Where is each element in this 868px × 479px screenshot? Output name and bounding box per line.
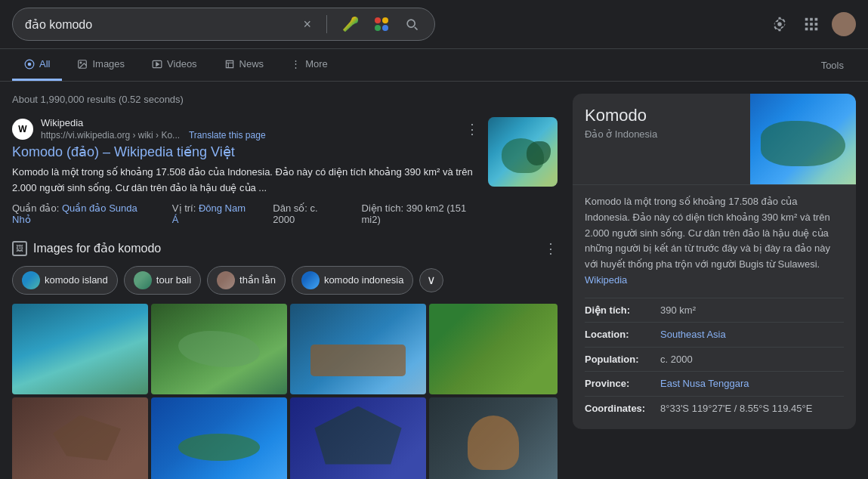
images-section-icon: 🖼 [12,241,27,256]
kc-location-link[interactable]: Southeast Asia [660,329,726,340]
grid-image-6[interactable] [151,397,287,479]
kc-main-image[interactable] [750,94,856,184]
grid-image-1-fill [12,304,148,394]
svg-rect-10 [805,28,808,31]
header: × 🎤 [0,0,868,49]
lens-button[interactable] [371,14,392,35]
meta-area: Diện tích: 390 km2 (151 mi2) [362,202,479,225]
grid-image-5[interactable] [12,397,148,479]
tab-images-label: Images [92,58,125,70]
svg-rect-9 [815,23,818,26]
search-bar-icons: × 🎤 [300,13,422,36]
apps-button[interactable] [800,13,823,36]
svg-marker-18 [156,62,159,66]
grid-image-2[interactable] [151,304,287,394]
result-title[interactable]: Komodo (đảo) – Wikipedia tiếng Việt [12,144,479,160]
chip-than-lan-img [217,271,235,289]
kc-fact-location-label: Location: [585,327,660,342]
kc-subtitle: Đảo ở Indonesia [585,128,738,140]
svg-rect-4 [805,18,808,21]
kc-fact-location: Location: Southeast Asia [585,322,844,347]
mic-icon: 🎤 [342,16,359,32]
grid-image-7[interactable] [290,397,426,479]
gear-icon [771,16,788,32]
kc-fact-coordinates-label: Coordinates: [585,401,660,416]
svg-point-16 [81,62,82,63]
grid-image-2-fill [151,304,287,394]
images-section: 🖼 Images for đảo komodo ⋮ komodo island … [12,240,558,479]
result-thumbnail[interactable] [488,117,558,187]
result-text-content: W Wikipedia https://vi.wikipedia.org › w… [12,117,479,225]
thumbnail-image [488,117,558,187]
svg-point-1 [382,17,388,23]
search-input[interactable] [25,17,294,31]
result-snippet: Komodo là một trong số khoảng 17.508 đảo… [12,165,479,196]
grid-image-3[interactable] [290,304,426,394]
grid-image-8[interactable] [429,397,558,479]
grid-image-5-fill [12,397,148,479]
tab-videos[interactable]: Videos [140,49,209,81]
results-count: About 1,990,000 results (0.52 seconds) [12,94,558,105]
tab-news[interactable]: News [212,49,276,81]
result-more-button[interactable]: ⋮ [465,121,479,138]
grid-image-6-fill [151,397,287,479]
kc-fact-population-value: c. 2000 [660,352,693,367]
image-chips: komodo island tour bali thần lằn komodo … [12,266,558,295]
result-source-info: Wikipedia https://vi.wikipedia.org › wik… [41,117,458,141]
chip-than-lan[interactable]: thần lằn [207,266,286,295]
news-tab-icon [224,59,235,70]
chip-komodo-island[interactable]: komodo island [12,266,118,295]
kc-wikipedia-link[interactable]: Wikipedia [585,274,627,286]
images-more-button[interactable]: ⋮ [544,240,558,257]
chip-komodo-indonesia-label: komodo indonesia [324,274,404,286]
tab-all[interactable]: All [12,49,62,81]
grid-image-1[interactable] [12,304,148,394]
meta-archipelago-label: Quần đảo: [12,202,62,214]
lens-icon [374,17,389,32]
images-section-title: Images for đảo komodo [33,241,161,255]
header-right [768,12,856,36]
tools-tab[interactable]: Tools [809,51,856,80]
search-bar: × 🎤 [12,8,435,41]
svg-rect-8 [810,23,813,26]
avatar[interactable] [832,12,856,36]
grid-icon [803,16,820,32]
settings-button[interactable] [768,13,791,36]
translate-link[interactable]: Translate this page [189,130,266,141]
wikipedia-icon: W [12,119,33,140]
meta-location-label: Vị trí: [172,202,199,214]
kc-fact-province-label: Province: [585,376,660,391]
kc-fact-area: Diện tích: 390 km² [585,298,844,323]
svg-rect-6 [815,18,818,21]
mic-button[interactable]: 🎤 [339,13,362,36]
chip-komodo-indonesia[interactable]: komodo indonesia [292,266,414,295]
more-dots: ⋮ [291,58,301,70]
svg-point-14 [28,62,32,66]
chip-tour-bali[interactable]: tour bali [124,266,201,295]
chevron-down-icon: ∨ [427,273,436,287]
tab-more-label: More [305,58,328,70]
result-card-wikipedia: W Wikipedia https://vi.wikipedia.org › w… [12,117,558,225]
meta-location: Vị trí: Đông Nam Á [172,202,249,225]
snippet-intro: Komodo là một trong số khoảng 17.508 đảo… [12,166,273,178]
knowledge-card: Komodo Đảo ở Indonesia Komodo là một tro… [573,94,856,429]
kc-fact-population: Population: c. 2000 [585,347,844,372]
svg-point-2 [375,25,381,31]
clear-button[interactable]: × [300,14,314,36]
kc-header: Komodo Đảo ở Indonesia [573,94,856,184]
meta-population-label: Dân số: [273,202,310,214]
svg-rect-7 [805,23,808,26]
kc-fact-area-label: Diện tích: [585,303,660,318]
kc-image-fill [750,94,856,184]
tab-images[interactable]: Images [65,49,137,81]
kc-province-link[interactable]: East Nusa Tenggara [660,378,749,389]
chips-expand-button[interactable]: ∨ [419,268,443,292]
image-grid [12,304,558,479]
tab-more[interactable]: ⋮ More [279,49,340,81]
kc-title-section: Komodo Đảo ở Indonesia [573,94,750,184]
kc-description-text: Komodo là một trong số khoảng 17.508 đảo… [585,196,830,270]
grid-image-4[interactable] [429,304,558,394]
nav-tabs: All Images Videos News ⋮ More Tools [0,49,868,82]
kc-description: Komodo là một trong số khoảng 17.508 đảo… [573,184,856,298]
search-submit-button[interactable] [401,14,422,35]
